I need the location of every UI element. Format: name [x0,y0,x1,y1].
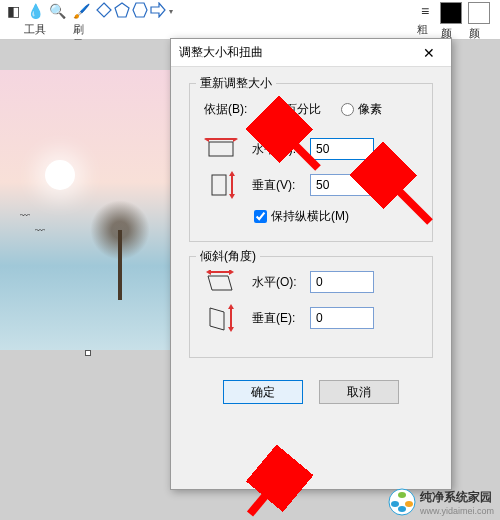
horizontal-resize-icon [204,136,238,162]
dialog-titlebar[interactable]: 调整大小和扭曲 ✕ [171,39,451,67]
radio-pixel[interactable]: 像素 [341,101,382,118]
close-icon[interactable]: ✕ [415,43,443,63]
pentagon-shape-icon[interactable] [114,2,130,21]
svg-rect-8 [212,175,226,195]
svg-marker-3 [151,3,165,17]
vertical-skew-icon [204,305,238,331]
watermark-url: www.yidaimei.com [420,506,494,516]
svg-marker-19 [228,327,234,332]
sun-graphic [45,160,75,190]
svg-marker-10 [229,171,235,176]
svg-rect-4 [209,142,233,156]
magnifier-icon[interactable]: 🔍 [48,2,66,20]
brush-icon: 🖌️ [72,2,90,20]
radio-pixel-label: 像素 [358,101,382,118]
resize-handle-bottom[interactable] [85,350,91,356]
svg-marker-18 [228,304,234,309]
vertical-label: 垂直(V): [252,177,310,194]
svg-point-23 [405,501,413,507]
shapes-dropdown-icon[interactable]: ▾ [169,7,173,16]
color-picker-icon[interactable]: 💧 [26,2,44,20]
tools-label: 工具 [24,22,46,37]
aspect-checkbox[interactable]: 保持纵横比(M) [254,208,418,225]
eraser-icon[interactable]: ◧ [4,2,22,20]
arrow-right-shape-icon[interactable] [150,2,166,21]
watermark-text: 纯净系统家园 [420,489,494,506]
cancel-button[interactable]: 取消 [319,380,399,404]
shapes-group[interactable]: ▾ [96,2,173,21]
svg-marker-0 [97,3,111,17]
resize-group: 重新调整大小 依据(B): 百分比 像素 水平(H): [189,83,433,242]
radio-percent-label: 百分比 [285,101,321,118]
image-canvas[interactable]: 〰 〰 [0,70,170,350]
diamond-shape-icon[interactable] [96,2,112,21]
radio-percent-input[interactable] [268,103,281,116]
skew-vertical-input[interactable] [310,307,374,329]
horizontal-skew-icon [204,269,238,295]
svg-marker-2 [133,3,147,17]
skew-horizontal-label: 水平(O): [252,274,310,291]
skew-horizontal-input[interactable] [310,271,374,293]
color2-swatch [468,2,490,24]
basis-label: 依据(B): [204,101,258,118]
svg-point-22 [391,501,399,507]
radio-pixel-input[interactable] [341,103,354,116]
resize-skew-dialog: 调整大小和扭曲 ✕ 重新调整大小 依据(B): 百分比 像素 [170,38,452,490]
svg-point-24 [398,506,406,512]
svg-marker-15 [229,270,234,275]
aspect-label: 保持纵横比(M) [271,208,349,225]
horizontal-label: 水平(H): [252,141,310,158]
svg-marker-6 [204,138,209,142]
ribbon-toolbar: ◧ 💧 🔍 工具 🖌️ 刷子▾ ▾ ≡ 粗细▾ 颜色 1 颜色 2 [0,0,500,40]
svg-marker-1 [115,3,129,17]
dialog-title: 调整大小和扭曲 [179,44,415,61]
svg-marker-11 [229,194,235,199]
vertical-resize-icon [204,172,238,198]
hexagon-shape-icon[interactable] [132,2,148,21]
skew-group: 倾斜(角度) 水平(O): 垂直(E): [189,256,433,358]
tools-group: ◧ 💧 🔍 工具 [4,2,66,37]
watermark: 纯净系统家园 www.yidaimei.com [388,488,494,516]
resize-group-label: 重新调整大小 [196,75,276,92]
bird-graphic: 〰 [20,210,30,221]
svg-marker-7 [233,138,238,142]
color1-swatch [440,2,462,24]
svg-marker-12 [208,276,232,290]
svg-point-21 [398,492,406,498]
tree-graphic [90,200,150,300]
vertical-input[interactable] [310,174,374,196]
radio-percent[interactable]: 百分比 [268,101,321,118]
bird-graphic: 〰 [35,225,45,236]
aspect-checkbox-input[interactable] [254,210,267,223]
svg-marker-16 [210,308,224,330]
horizontal-input[interactable] [310,138,374,160]
watermark-logo-icon [388,488,416,516]
ok-button[interactable]: 确定 [223,380,303,404]
svg-marker-14 [206,270,211,275]
skew-vertical-label: 垂直(E): [252,310,310,327]
thickness-icon: ≡ [416,2,434,20]
skew-group-label: 倾斜(角度) [196,248,260,265]
